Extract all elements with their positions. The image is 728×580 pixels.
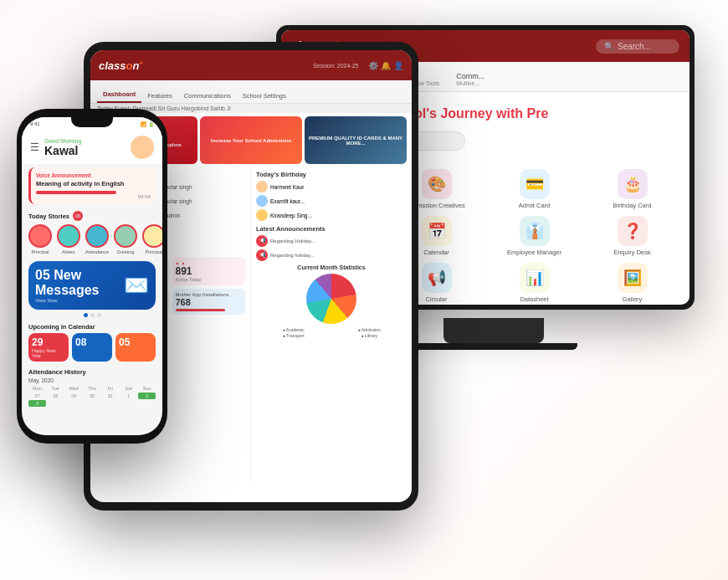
messages-view-now: View Now <box>35 298 119 303</box>
voice-announcement[interactable]: Voice Announcement Meaning of activity i… <box>28 167 156 204</box>
tablet-nav: Dashboard Features Communications School… <box>90 80 412 104</box>
phone-hamburger-icon[interactable]: ☰ <box>30 141 39 153</box>
phone-avatar <box>131 136 154 159</box>
tablet-session: Session: 2024-25 <box>313 63 358 69</box>
phone-username: Kawal <box>44 144 81 157</box>
birthday-item-3: Kirandeep Sing... <box>256 209 407 221</box>
phone-greeting: Good Morning <box>44 138 81 144</box>
tablet-icons: ⚙️ 🔔 👤 <box>368 61 403 70</box>
story-avatar-5 <box>142 224 162 248</box>
dot-1 <box>84 313 88 317</box>
att-header-mon: Mon <box>28 385 46 392</box>
attendance-title: Attendance History <box>28 368 156 376</box>
story-label-1: Principal <box>31 249 49 254</box>
tab-nav-features[interactable]: Features <box>141 92 178 103</box>
att-header-sat: Sat <box>120 385 137 392</box>
cal-event-3: 05 <box>115 333 156 362</box>
stories-count-badge: 06 <box>73 211 83 221</box>
att-3: 3 <box>28 400 46 407</box>
voice-announcement-time: 04:56 <box>36 194 151 199</box>
birthday-icon: 🎂 <box>618 169 648 199</box>
voice-announcement-title: Voice Announcement <box>36 172 151 178</box>
feature-admit-card[interactable]: 💳 Admit Card <box>489 169 580 209</box>
att-header-sun: Sun <box>138 385 156 392</box>
attendance-grid: Mon Tue Wed Thu Fri Sat Sun 27 28 29 30 … <box>28 385 156 407</box>
messages-text: 05 New Messages View Now <box>35 268 119 303</box>
announcement-icon-1: 📢 <box>256 235 268 247</box>
stories-title: Today Stories <box>28 213 69 220</box>
banner-admissions: Increase Your School Admissions <box>200 116 302 164</box>
story-3[interactable]: Attendance <box>85 224 109 254</box>
calendar-title: Upcoming in Calendar <box>28 323 156 331</box>
calendar-events: 29 Happy New Year 08 05 <box>28 333 156 362</box>
phone-screen-outer: 9:41 📶 🔋 ☰ Good Morning Kawal Voice Anno… <box>17 109 167 444</box>
gallery-icon: 🖼️ <box>618 263 648 293</box>
phone-attendance: Attendance History May, 2020 Mon Tue Wed… <box>22 365 162 410</box>
enquiry-icon: ❓ <box>618 216 648 246</box>
story-label-3: Attendance <box>85 249 109 254</box>
pie-legend: ● Academic ● Admission ● Transport ● Lib… <box>256 327 407 338</box>
feature-employee[interactable]: 👔 Employee Manager <box>489 216 580 256</box>
admit-card-icon: 💳 <box>520 169 550 199</box>
pie-chart <box>306 274 356 324</box>
search-placeholder: Search... <box>618 42 651 51</box>
birthday-item-2: Examfit kaur... <box>256 195 407 207</box>
feature-enquiry[interactable]: ❓ Enquiry Desk <box>587 216 678 256</box>
dot-2 <box>90 313 95 317</box>
attendance-month: May, 2020 <box>28 377 156 383</box>
stories-list: Principal Aileen Attendance Greeting <box>28 224 156 254</box>
tab-nav-dashboard[interactable]: Dashboard <box>97 90 141 103</box>
laptop-search[interactable]: 🔍 Search... <box>596 39 679 54</box>
stats-chart-title: Current Month Statistics <box>256 264 407 270</box>
announcements-section: Latest Announcements 📢 Regarding Holiday… <box>256 225 407 261</box>
banner-premium: PREMIUM QUALITY ID CARDS & MANY MORE... <box>305 116 407 164</box>
att-28: 28 <box>47 393 64 399</box>
tablet-right-column: Today's Birthday Harmeet Kaur Examfit ka… <box>251 167 412 485</box>
story-label-4: Greeting <box>116 249 134 254</box>
phone-stories: Today Stories 06 ... Principal Aileen <box>22 208 162 258</box>
feature-datasheet[interactable]: 📊 Datasheet <box>489 263 580 303</box>
att-30: 30 <box>84 393 101 399</box>
dot-3 <box>97 313 101 317</box>
employee-icon: 👔 <box>520 216 550 246</box>
phone-messages-card[interactable]: 05 New Messages View Now ✉️ <box>28 261 156 310</box>
search-icon: 🔍 <box>604 42 614 51</box>
story-5[interactable]: Principal <box>142 224 162 254</box>
announcements-title: Latest Announcements <box>256 225 407 233</box>
voice-announcement-text: Meaning of activity in English <box>36 180 151 187</box>
tablet-header: classon+ Session: 2024-25 ⚙️ 🔔 👤 <box>90 50 412 80</box>
stories-more: ... <box>151 213 156 218</box>
datasheet-icon: 📊 <box>520 263 550 293</box>
att-header-wed: Wed <box>65 385 83 392</box>
tab-nav-communications[interactable]: Communications <box>178 92 237 103</box>
att-31: 31 <box>101 393 119 399</box>
feature-gallery[interactable]: 🖼️ Gallery <box>587 263 678 303</box>
legend-4: ● Library <box>332 333 408 338</box>
att-27: 27 <box>28 393 46 399</box>
announcement-2: 📢 Regarding holiday... <box>256 249 407 261</box>
feature-birthday[interactable]: 🎂 Birthday Card <box>587 169 678 209</box>
story-avatar-2 <box>57 224 80 248</box>
story-label-2: Aileen <box>62 249 74 254</box>
story-4[interactable]: Greeting <box>114 224 137 254</box>
nav-communications[interactable]: Comm... Multive... <box>448 72 493 91</box>
pie-chart-section: Current Month Statistics ● Academic ● Ad… <box>256 264 407 338</box>
phone-greeting-block: Good Morning Kawal <box>44 138 81 157</box>
story-avatar-1 <box>28 224 52 248</box>
att-header-tue: Tue <box>47 385 64 392</box>
cal-event-1: 29 Happy New Year <box>28 333 69 362</box>
story-1[interactable]: Principal <box>28 224 52 254</box>
story-avatar-3 <box>85 224 109 248</box>
phone-header: ☰ Good Morning Kawal <box>22 131 162 164</box>
announcement-icon-2: 📢 <box>256 249 268 261</box>
tab-nav-settings[interactable]: School Settings <box>237 92 292 103</box>
story-2[interactable]: Aileen <box>57 224 80 254</box>
legend-3: ● Transport <box>256 333 331 338</box>
phone-device: 9:41 📶 🔋 ☰ Good Morning Kawal Voice Anno… <box>17 109 184 460</box>
stories-header: Today Stories 06 ... <box>28 211 156 221</box>
tablet-logo: classon+ <box>99 59 143 72</box>
birthday-avatar-2 <box>256 195 268 207</box>
messages-icon: ✉️ <box>124 274 149 297</box>
cal-event-2: 08 <box>72 333 112 362</box>
phone-calendar: Upcoming in Calendar 29 Happy New Year 0… <box>22 320 162 365</box>
